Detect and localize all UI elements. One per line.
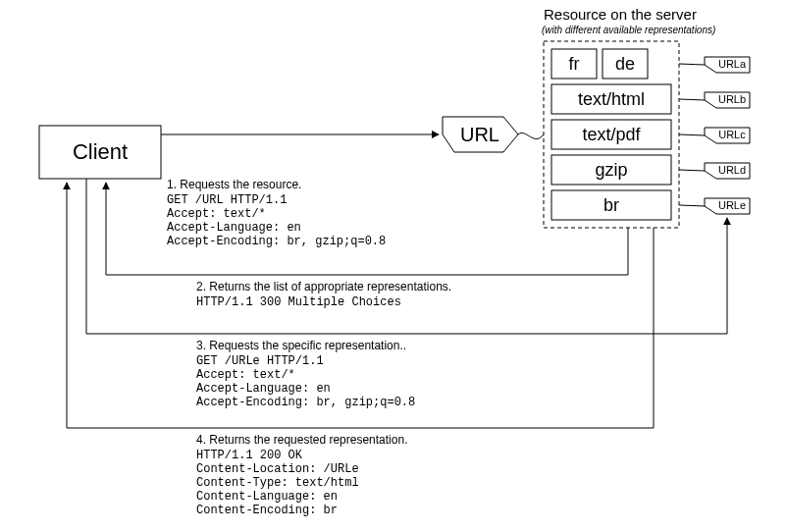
rep-pdf-label: text/pdf	[582, 125, 641, 144]
diagram-canvas: Resource on the server (with different a…	[0, 0, 786, 532]
url-tag-c-label: URLc	[718, 129, 746, 140]
step2-heading: 2. Returns the list of appropriate repre…	[196, 280, 451, 293]
url-tag-a: URLa	[679, 57, 750, 73]
step4-l4: Content-Language: en	[196, 490, 338, 504]
server-subtitle: (with different available representation…	[542, 25, 715, 35]
url-tag-e: URLe	[679, 198, 750, 214]
step4-l5: Content-Encoding: br	[196, 504, 338, 517]
url-tag-d: URLd	[679, 163, 750, 179]
url-tag-d-label: URLd	[718, 164, 746, 176]
svg-line-7	[679, 170, 705, 171]
step4-l1: HTTP/1.1 200 OK	[196, 449, 303, 462]
url-tag-b-label: URLb	[718, 93, 746, 105]
step2-l1: HTTP/1.1 300 Multiple Choices	[196, 295, 401, 309]
step4-l3: Content-Type: text/html	[196, 476, 359, 490]
step1-l4: Accept-Encoding: br, gzip;q=0.8	[167, 235, 386, 248]
step4-l2: Content-Location: /URLe	[196, 462, 359, 476]
url-tag-a-label: URLa	[718, 58, 747, 70]
step3-heading: 3. Requests the specific representation.…	[196, 339, 406, 352]
step3-l3: Accept-Language: en	[196, 382, 331, 396]
url-label: URL	[460, 124, 499, 145]
url-tag-b: URLb	[679, 92, 750, 108]
svg-line-5	[679, 134, 705, 135]
step3-l4: Accept-Encoding: br, gzip;q=0.8	[196, 396, 415, 409]
step1-l3: Accept-Language: en	[167, 221, 301, 235]
rep-fr-label: fr	[569, 54, 580, 74]
svg-line-9	[679, 205, 705, 206]
step1-l2: Accept: text/*	[167, 207, 266, 221]
svg-line-1	[679, 64, 705, 65]
client-label: Client	[73, 139, 128, 164]
url-tag-c: URLc	[679, 128, 750, 143]
rep-br-label: br	[603, 195, 619, 215]
server-title: Resource on the server	[544, 6, 697, 23]
rep-html-label: text/html	[578, 89, 645, 109]
url-to-server-link	[518, 133, 544, 138]
step1-l1: GET /URL HTTP/1.1	[167, 193, 287, 207]
svg-line-3	[679, 99, 705, 100]
step3-l2: Accept: text/*	[196, 368, 295, 382]
step1-heading: 1. Requests the resource.	[167, 178, 301, 191]
rep-de-label: de	[615, 54, 635, 74]
step3-l1: GET /URLe HTTP/1.1	[196, 354, 324, 368]
step4-heading: 4. Returns the requested representation.	[196, 433, 407, 447]
url-tag-e-label: URLe	[718, 199, 746, 211]
rep-gzip-label: gzip	[595, 160, 627, 180]
